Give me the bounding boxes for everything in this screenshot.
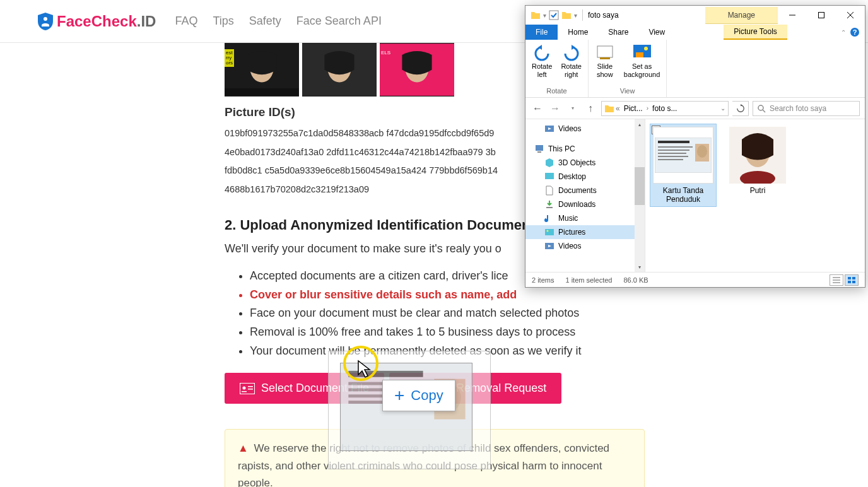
svg-point-9 [243, 386, 246, 389]
file-item-selected[interactable]: ✓ Kartu Tanda Penduduk [650, 124, 716, 206]
sidebar-item-videos[interactable]: Videos [525, 239, 645, 253]
thumbnail[interactable]: ELS [380, 43, 454, 97]
rotate-right-button[interactable]: Rotate right [557, 42, 585, 86]
rotate-left-icon [532, 44, 552, 61]
tab-share[interactable]: Share [598, 25, 638, 40]
svg-point-24 [644, 47, 648, 50]
thumbnail[interactable]: estrryors [225, 43, 299, 97]
svg-rect-21 [600, 57, 610, 59]
sidebar-item-downloads[interactable]: Downloads [525, 197, 645, 211]
thumbnail[interactable] [302, 43, 377, 97]
group-label: Rotate [528, 86, 585, 96]
nav-back-button[interactable]: ← [531, 102, 544, 115]
svg-point-44 [697, 145, 707, 158]
id-card-icon [240, 383, 255, 394]
status-item-count: 2 items [532, 276, 554, 284]
check-icon[interactable] [549, 10, 559, 20]
sidebar-item-3d-objects[interactable]: 3D Objects [525, 156, 645, 170]
tab-view[interactable]: View [638, 25, 675, 40]
svg-line-26 [763, 110, 765, 112]
help-icon[interactable]: ? [850, 27, 860, 37]
sidebar-item-pictures[interactable]: Pictures [525, 225, 645, 239]
nav-recent-button[interactable]: ▾ [566, 102, 580, 115]
sidebar-item-this-pc[interactable]: This PC [525, 142, 645, 156]
download-icon [544, 199, 554, 209]
svg-rect-15 [819, 13, 824, 18]
svg-rect-23 [636, 52, 643, 57]
desktop-icon [544, 172, 554, 182]
nav-faq[interactable]: FAQ [175, 15, 197, 28]
svg-rect-39 [658, 150, 689, 151]
breadcrumb-segment[interactable]: Pict... [621, 104, 645, 113]
rule-item: Removal is 100% free and takes 1 to 5 bu… [250, 323, 660, 342]
svg-rect-28 [536, 145, 543, 151]
explorer-titlebar[interactable]: ▾ ▾ foto saya Manage [525, 6, 865, 25]
svg-rect-13 [549, 11, 558, 20]
sidebar-item-documents[interactable]: Documents [525, 184, 645, 197]
file-thumbnail [653, 127, 713, 184]
set-background-button[interactable]: Set as background [620, 42, 664, 86]
maximize-button[interactable] [807, 6, 836, 25]
file-view[interactable]: ✓ Kartu Tanda Penduduk Putri [645, 119, 865, 272]
svg-rect-41 [658, 156, 688, 157]
dropdown-icon[interactable]: ▾ [574, 12, 577, 19]
breadcrumb-segment[interactable]: foto s... [650, 104, 679, 113]
ribbon: Rotate left Rotate right Rotate Slide sh… [525, 40, 865, 98]
select-document-button[interactable]: Select Document File [225, 373, 384, 404]
refresh-button[interactable] [732, 101, 749, 116]
svg-rect-42 [658, 159, 683, 160]
search-input[interactable]: Search foto saya [753, 101, 860, 116]
rule-item-warning: Cover or blur sensitive details such as … [250, 286, 660, 305]
folder-icon[interactable] [561, 10, 572, 20]
explorer-body: Videos This PC 3D Objects Desktop Docume… [525, 119, 865, 272]
slideshow-button[interactable]: Slide show [591, 42, 619, 86]
svg-rect-40 [658, 153, 686, 154]
sidebar-scrollbar[interactable]: ▴ ▾ [635, 119, 645, 272]
manage-tab[interactable]: Manage [705, 7, 778, 24]
sidebar-item-music[interactable]: Music [525, 211, 645, 225]
nav-forward-button[interactable]: → [548, 102, 562, 115]
main-nav: FAQ Tips Safety Face Search API [175, 15, 381, 28]
svg-point-25 [758, 105, 763, 110]
warning-alert: ▲ We reserve the right not to remove pho… [225, 429, 645, 487]
address-bar[interactable]: « Pict... › foto s... ⌄ [601, 101, 729, 116]
minimize-button[interactable] [778, 6, 807, 25]
rotate-left-button[interactable]: Rotate left [528, 42, 556, 86]
quick-access-toolbar: ▾ ▾ [531, 10, 577, 20]
svg-point-34 [547, 230, 549, 232]
collapse-ribbon-icon[interactable]: ⌃ [841, 29, 846, 36]
nav-up-button[interactable]: ↑ [584, 102, 597, 115]
pictures-icon [544, 227, 554, 237]
video-icon [544, 241, 554, 251]
thumbnails-view-button[interactable] [845, 274, 859, 286]
group-label: View [591, 86, 664, 96]
svg-rect-3 [225, 88, 299, 96]
cube-icon [544, 158, 554, 168]
tab-picture-tools[interactable]: Picture Tools [724, 25, 787, 40]
file-item[interactable]: Putri [725, 124, 790, 197]
tab-home[interactable]: Home [558, 25, 598, 40]
logo[interactable]: FaceCheck.ID [38, 13, 156, 30]
close-button[interactable] [836, 6, 865, 25]
sidebar-item-videos[interactable]: Videos [525, 122, 645, 136]
details-view-button[interactable] [830, 274, 843, 286]
dropdown-icon[interactable]: ▾ [543, 12, 546, 19]
svg-rect-11 [248, 389, 253, 390]
logo-text-2: .ID [137, 13, 156, 30]
nav-tips[interactable]: Tips [213, 15, 233, 28]
svg-rect-51 [848, 277, 851, 279]
copy-tooltip: + Copy [382, 380, 455, 411]
svg-rect-10 [248, 386, 253, 387]
sidebar-item-desktop[interactable]: Desktop [525, 170, 645, 184]
logo-text-1: FaceCheck [57, 13, 137, 30]
tab-file[interactable]: File [525, 25, 558, 40]
dropdown-icon[interactable]: ⌄ [720, 105, 725, 112]
file-thumbnail [727, 127, 788, 184]
svg-rect-20 [597, 46, 613, 57]
svg-rect-38 [658, 146, 693, 148]
search-icon [757, 104, 766, 113]
pc-icon [534, 144, 544, 154]
nav-safety[interactable]: Safety [249, 15, 281, 28]
file-explorer-window: ▾ ▾ foto saya Manage File Home Share Vie… [525, 5, 865, 288]
nav-api[interactable]: Face Search API [296, 15, 382, 28]
